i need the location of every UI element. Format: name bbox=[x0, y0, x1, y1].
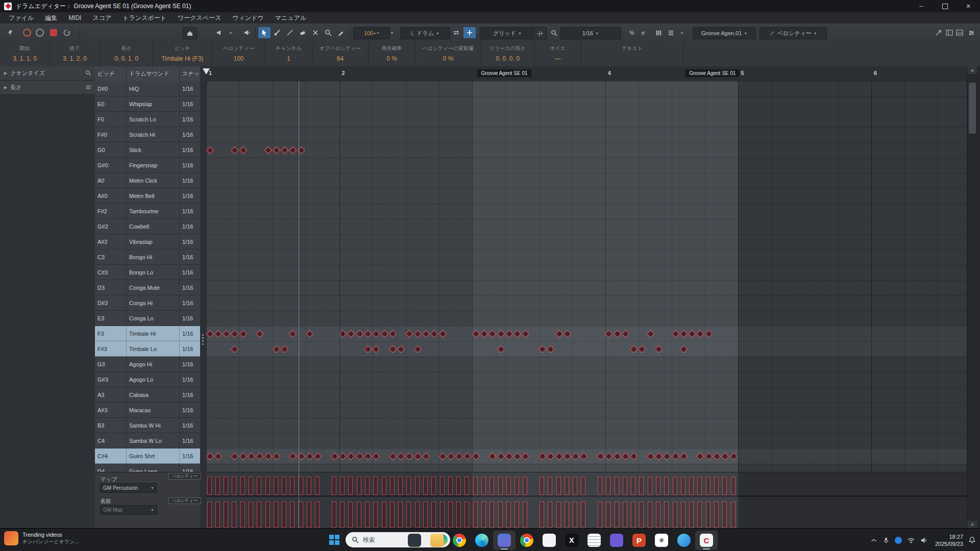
midi-input-icon[interactable] bbox=[463, 27, 476, 38]
infoline-field-10[interactable]: ボイス— bbox=[534, 42, 581, 66]
quantize-magnifier-icon[interactable] bbox=[85, 70, 91, 77]
velocity-bar[interactable] bbox=[257, 502, 261, 528]
velocity-bar[interactable] bbox=[215, 477, 220, 495]
infoline-field-3[interactable]: ピッチTimbale Hi (F3) bbox=[153, 42, 212, 66]
taskbar-app-widgets-app[interactable] bbox=[403, 531, 426, 550]
velocity-bar[interactable] bbox=[290, 502, 295, 528]
select-tool[interactable] bbox=[258, 27, 271, 38]
menu-item-4[interactable]: トランスポート bbox=[117, 12, 172, 23]
loop-button[interactable] bbox=[62, 27, 71, 38]
record-button[interactable] bbox=[49, 27, 58, 38]
drum-row-snap[interactable]: 1/16 bbox=[180, 219, 200, 234]
velocity-bar[interactable] bbox=[224, 502, 228, 528]
drum-row[interactable]: F0Scratch Lo1/16 bbox=[95, 112, 200, 127]
menu-item-5[interactable]: ワークスペース bbox=[172, 12, 227, 23]
velocity-bar[interactable] bbox=[464, 477, 469, 495]
velocity-bar[interactable] bbox=[456, 477, 461, 495]
drum-row-snap[interactable]: 1/16 bbox=[180, 142, 200, 158]
drum-row[interactable]: F#2Tambourine1/16 bbox=[95, 204, 200, 219]
velocity-bar[interactable] bbox=[240, 477, 245, 495]
note-diamond[interactable] bbox=[289, 146, 297, 154]
velocity-bar[interactable] bbox=[307, 477, 311, 495]
velocity-bar[interactable] bbox=[282, 502, 286, 528]
drum-row[interactable]: F3Timbale Hi1/16 bbox=[95, 326, 200, 341]
timeline-ruler[interactable]: 12456Groove Agent SE 01Groove Agent SE 0… bbox=[206, 66, 967, 82]
insert-velocity-box[interactable]: 100 ▲▼ bbox=[353, 27, 390, 39]
infoline-field-8[interactable]: ベロシティーの変動量0 % bbox=[415, 42, 481, 66]
menu-item-2[interactable]: MIDI bbox=[63, 12, 87, 23]
drum-row-snap[interactable]: 1/16 bbox=[180, 387, 200, 403]
drum-row-snap[interactable]: 1/16 bbox=[180, 204, 200, 219]
drum-row-snap[interactable]: 1/16 bbox=[180, 433, 200, 448]
velocity-bar[interactable] bbox=[232, 477, 236, 495]
drum-row[interactable]: D#0HiQ1/16 bbox=[95, 81, 200, 96]
lane1-label[interactable]: ベロシティー bbox=[168, 473, 201, 480]
velocity-bar[interactable] bbox=[348, 502, 353, 528]
taskbar-app-chatgpt[interactable]: ✳ bbox=[650, 531, 673, 550]
drum-row[interactable]: F#0Scratch Hi1/16 bbox=[95, 127, 200, 142]
velocity-bar[interactable] bbox=[282, 477, 286, 495]
velocity-bar[interactable] bbox=[448, 502, 453, 528]
drum-row-snap[interactable]: 1/16 bbox=[180, 341, 200, 357]
velocity-bar[interactable] bbox=[382, 477, 386, 495]
velocity-bar[interactable] bbox=[406, 477, 411, 495]
weather-widget[interactable]: Trending videos チンパンジーとオラン... bbox=[4, 531, 79, 545]
velocity-bar[interactable] bbox=[340, 502, 345, 528]
quantize-dropdown[interactable]: 1/16 ▼ bbox=[560, 27, 621, 39]
velocity-bar[interactable] bbox=[299, 502, 303, 528]
drum-row-snap[interactable]: 1/16 bbox=[180, 173, 200, 188]
infoline-field-4[interactable]: ベロシティー100 bbox=[212, 42, 265, 66]
tray-chevron-icon[interactable] bbox=[870, 537, 877, 544]
drum-row[interactable]: G#2Cowbell1/16 bbox=[95, 219, 200, 234]
eraser-tool[interactable] bbox=[297, 27, 309, 38]
zoom-plus-icon[interactable]: + bbox=[967, 520, 977, 529]
drumstick-tool[interactable] bbox=[271, 27, 283, 38]
length-panel[interactable]: ▶ 長さ bbox=[0, 81, 95, 95]
velocity-bar[interactable] bbox=[307, 502, 311, 528]
drum-row-snap[interactable]: 1/16 bbox=[180, 448, 200, 464]
drum-row[interactable]: G3Agogo Hi1/16 bbox=[95, 357, 200, 372]
taskbar-app-cubase[interactable]: C bbox=[695, 531, 718, 550]
velocity-bar[interactable] bbox=[357, 502, 361, 528]
velocity-bar[interactable] bbox=[431, 502, 436, 528]
velocity-bar[interactable] bbox=[431, 477, 436, 495]
drum-row-snap[interactable]: 1/16 bbox=[180, 311, 200, 326]
velocity-bar[interactable] bbox=[357, 477, 361, 495]
solo-button[interactable] bbox=[22, 27, 32, 38]
taskbar-app-chrome-browser[interactable] bbox=[448, 531, 471, 550]
grid-dropdown[interactable]: グリッド ▼ bbox=[480, 27, 535, 39]
drum-row-snap[interactable]: 1/16 bbox=[180, 372, 200, 387]
pointer-display-dropdown[interactable]: Lドラム ▼ bbox=[400, 27, 450, 39]
note-diamond[interactable] bbox=[231, 146, 239, 154]
feedback-button[interactable] bbox=[35, 27, 44, 38]
list-icon[interactable] bbox=[666, 27, 676, 38]
velocity-bar[interactable] bbox=[274, 477, 278, 495]
audition-icon[interactable] bbox=[214, 27, 225, 38]
drum-row[interactable]: E0Whipslap1/16 bbox=[95, 96, 200, 112]
clock[interactable]: 18:27 2025/09/23 bbox=[935, 533, 963, 547]
velocity-bar[interactable] bbox=[365, 502, 370, 528]
drum-row-snap[interactable]: 1/16 bbox=[180, 464, 200, 472]
step-input-icon[interactable] bbox=[450, 27, 462, 38]
infoline-field-5[interactable]: チャンネル1 bbox=[265, 42, 312, 66]
column-pitch[interactable]: ピッチ bbox=[95, 66, 127, 81]
velocity-bar[interactable] bbox=[373, 502, 378, 528]
velocity-bar[interactable] bbox=[315, 477, 320, 495]
taskbar-app-purple-app[interactable] bbox=[605, 531, 628, 550]
menu-item-6[interactable]: ウィンドウ bbox=[227, 12, 269, 23]
drum-row[interactable]: A0Metrn Click1/16 bbox=[95, 173, 200, 188]
velocity-bar[interactable] bbox=[398, 502, 403, 528]
menu-item-0[interactable]: ファイル bbox=[3, 12, 39, 23]
velocity-bar[interactable] bbox=[382, 502, 386, 528]
teams-dot-icon[interactable] bbox=[895, 537, 902, 544]
infoline-field-0[interactable]: 開始3. 1. 1. 0 bbox=[0, 42, 50, 66]
velocity-bar[interactable] bbox=[348, 477, 353, 495]
velocity-bar[interactable] bbox=[423, 477, 428, 495]
velocity-bar[interactable] bbox=[440, 477, 445, 495]
audition-caret[interactable]: ▼ bbox=[227, 27, 233, 38]
layout-bottom-icon[interactable] bbox=[955, 27, 964, 38]
column-snap[interactable]: スナップ bbox=[180, 66, 200, 81]
drum-row-snap[interactable]: 1/16 bbox=[180, 234, 200, 249]
velocity-bar[interactable] bbox=[265, 477, 270, 495]
velocity-bar[interactable] bbox=[390, 502, 395, 528]
